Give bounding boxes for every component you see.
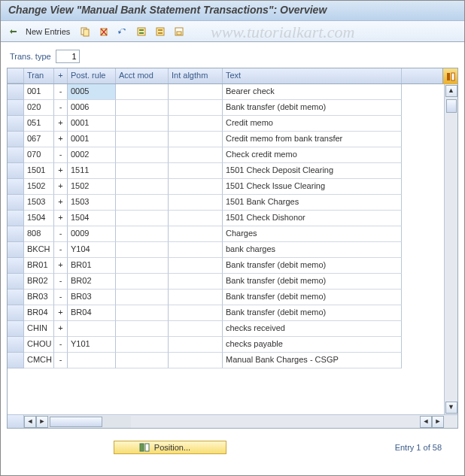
cell-post-rule[interactable]: BR01 [68,258,116,274]
cell-sign[interactable]: - [54,290,68,305]
row-selector[interactable] [8,258,24,274]
cell-int-algthm[interactable] [169,290,223,305]
cell-sign[interactable]: + [54,195,68,211]
vertical-scrollbar[interactable]: ▲ ▼ [444,84,457,414]
row-selector[interactable] [8,337,24,353]
cell-sign[interactable]: - [54,147,68,163]
row-selector[interactable] [8,147,24,163]
row-selector[interactable] [8,226,24,242]
cell-post-rule[interactable]: 1503 [68,195,116,211]
cell-post-rule[interactable]: 0006 [68,100,116,116]
cell-text[interactable]: Bank transfer (debit memo) [223,100,402,116]
cell-sign[interactable]: - [54,353,68,368]
row-selector[interactable] [8,195,24,211]
cell-post-rule[interactable]: BR03 [68,290,116,305]
cell-text[interactable]: checks received [223,321,402,337]
cell-int-algthm[interactable] [169,195,223,211]
cell-acct-mod[interactable] [116,242,169,258]
cell-tran[interactable]: CHOU [24,337,54,353]
cell-text[interactable]: Credit memo [223,116,402,132]
cell-acct-mod[interactable] [116,179,169,195]
cell-tran[interactable]: 070 [24,147,54,163]
hscroll-thumb[interactable] [50,417,102,427]
cell-post-rule[interactable]: Y101 [68,337,116,353]
cell-post-rule[interactable]: 1504 [68,211,116,226]
cell-sign[interactable]: - [54,100,68,116]
table-row[interactable]: CHOU-Y101checks payable [8,337,444,353]
table-row[interactable]: 051+0001Credit memo [8,116,444,132]
col-acct-mod[interactable]: Acct mod [116,68,169,83]
cell-sign[interactable]: - [54,274,68,290]
cell-acct-mod[interactable] [116,353,169,368]
cell-sign[interactable]: + [54,258,68,274]
cell-acct-mod[interactable] [116,132,169,147]
table-row[interactable]: BKCH-Y104bank charges [8,242,444,258]
cell-text[interactable]: Credit memo from bank transfer [223,132,402,147]
cell-int-algthm[interactable] [169,211,223,226]
table-row[interactable]: 020-0006Bank transfer (debit memo) [8,100,444,116]
row-selector[interactable] [8,211,24,226]
col-int-algthm[interactable]: Int algthm [169,68,223,83]
cell-acct-mod[interactable] [116,100,169,116]
cell-text[interactable]: Bank transfer (debit memo) [223,290,402,305]
delete-icon[interactable] [96,24,112,39]
cell-int-algthm[interactable] [169,353,223,368]
cell-post-rule[interactable]: BR02 [68,274,116,290]
table-row[interactable]: 808-0009Charges [8,226,444,242]
row-selector[interactable] [8,353,24,368]
table-row[interactable]: BR04+BR04Bank transfer (debit memo) [8,305,444,321]
undo-icon[interactable] [114,24,131,39]
scroll-down-icon[interactable]: ▼ [445,402,457,414]
cell-int-algthm[interactable] [169,226,223,242]
copy-icon[interactable] [77,24,93,39]
row-selector[interactable] [8,163,24,179]
row-selector[interactable] [8,290,24,305]
position-button[interactable]: Position... [114,441,226,454]
print-icon[interactable] [171,24,187,39]
col-post-rule[interactable]: Post. rule [68,68,116,83]
cell-post-rule[interactable] [68,353,116,368]
cell-sign[interactable]: + [54,179,68,195]
scroll-thumb[interactable] [446,99,457,113]
cell-int-algthm[interactable] [169,147,223,163]
cell-sign[interactable]: - [54,84,68,100]
cell-acct-mod[interactable] [116,290,169,305]
cell-post-rule[interactable]: 0009 [68,226,116,242]
cell-text[interactable]: 1501 Bank Charges [223,195,402,211]
table-row[interactable]: 070-0002Check credit memo [8,147,444,163]
cell-sign[interactable]: + [54,163,68,179]
table-row[interactable]: 1502+15021501 Check Issue Clearing [8,179,444,195]
cell-acct-mod[interactable] [116,258,169,274]
row-selector[interactable] [8,84,24,100]
col-text[interactable]: Text [223,68,402,83]
scroll-up-icon[interactable]: ▲ [445,85,457,97]
cell-tran[interactable]: 1502 [24,179,54,195]
row-selector[interactable] [8,179,24,195]
hscroll-left-icon[interactable]: ◄ [24,416,36,428]
cell-post-rule[interactable]: 0002 [68,147,116,163]
table-row[interactable]: 1504+15041501 Check Dishonor [8,211,444,226]
cell-tran[interactable]: BKCH [24,242,54,258]
cell-sign[interactable]: - [54,242,68,258]
row-selector[interactable] [8,132,24,147]
cell-post-rule[interactable]: 0001 [68,132,116,147]
row-selector[interactable] [8,100,24,116]
cell-int-algthm[interactable] [169,305,223,321]
cell-int-algthm[interactable] [169,100,223,116]
cell-text[interactable]: Check credit memo [223,147,402,163]
cell-int-algthm[interactable] [169,274,223,290]
horizontal-scrollbar[interactable]: ◄ ► ◄ ► [8,414,457,428]
cell-acct-mod[interactable] [116,84,169,100]
cell-int-algthm[interactable] [169,179,223,195]
cell-acct-mod[interactable] [116,195,169,211]
cell-post-rule[interactable]: 1511 [68,163,116,179]
cell-tran[interactable]: 067 [24,132,54,147]
cell-acct-mod[interactable] [116,337,169,353]
cell-tran[interactable]: 1503 [24,195,54,211]
cell-text[interactable]: Bank transfer (debit memo) [223,258,402,274]
cell-tran[interactable]: BR01 [24,258,54,274]
hscroll-right2-icon[interactable]: ► [432,416,444,428]
cell-post-rule[interactable]: Y104 [68,242,116,258]
cell-text[interactable]: 1501 Check Dishonor [223,211,402,226]
scroll-track[interactable] [445,98,457,401]
